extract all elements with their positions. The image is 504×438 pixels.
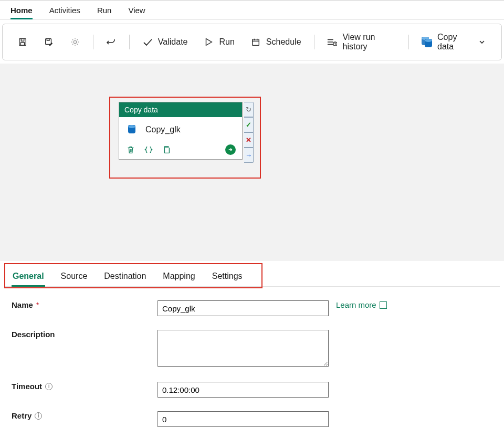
schedule-button[interactable]: Schedule (245, 34, 307, 50)
copy-data-label: Copy data (437, 33, 472, 51)
undo-icon (106, 37, 117, 47)
design-canvas[interactable]: Copy data Copy_glk (0, 64, 504, 261)
run-button[interactable]: Run (198, 34, 239, 50)
name-input[interactable] (158, 300, 329, 316)
tab-view[interactable]: View (128, 1, 145, 19)
save-button[interactable] (12, 34, 33, 50)
copy-data-icon (422, 37, 432, 47)
timeout-input[interactable] (158, 382, 329, 398)
database-icon (127, 123, 138, 136)
delete-icon[interactable] (125, 144, 136, 155)
view-run-history-button[interactable]: View run history (321, 29, 401, 55)
svg-rect-4 (253, 39, 259, 46)
copy-data-button[interactable]: Copy data (416, 29, 492, 55)
toolbar-separator (314, 35, 314, 49)
prop-tab-general[interactable]: General (12, 266, 45, 286)
svg-rect-2 (46, 39, 51, 45)
prop-tab-mapping[interactable]: Mapping (162, 266, 196, 286)
chevron-down-icon (477, 37, 487, 47)
info-icon[interactable]: i (45, 383, 52, 390)
undo-button[interactable] (101, 34, 122, 50)
history-label: View run history (342, 33, 396, 51)
activity-header: Copy data (119, 102, 242, 117)
activity-connection-handles: ↻ ✓ ✕ → (244, 102, 254, 163)
schedule-label: Schedule (266, 37, 301, 47)
prop-tab-settings[interactable]: Settings (211, 266, 244, 286)
handle-failure-icon[interactable]: ✕ (244, 132, 254, 148)
validate-label: Validate (158, 37, 188, 47)
toolbar-separator (408, 35, 409, 49)
toolbar-separator (93, 35, 93, 49)
description-input[interactable] (158, 330, 329, 367)
activity-name-text: Copy_glk (145, 125, 181, 134)
save-icon (17, 37, 28, 47)
run-history-icon (327, 37, 337, 47)
main-tab-bar: Home Activities Run View (0, 0, 504, 19)
retry-input[interactable] (158, 411, 329, 427)
learn-more-link[interactable]: Learn more (336, 300, 387, 309)
toolbar-separator (129, 35, 130, 49)
timeout-label: Timeout i (12, 382, 158, 391)
name-label: Name* (12, 300, 158, 309)
prop-tab-source[interactable]: Source (60, 266, 89, 286)
handle-skip-icon[interactable]: ↻ (244, 102, 254, 117)
validate-button[interactable]: Validate (137, 34, 193, 50)
tab-activities[interactable]: Activities (49, 1, 80, 19)
svg-rect-6 (164, 148, 169, 153)
tab-run[interactable]: Run (97, 1, 112, 19)
save-as-button[interactable] (38, 34, 59, 50)
description-label: Description (12, 330, 158, 339)
svg-rect-1 (20, 43, 24, 45)
svg-rect-0 (19, 39, 26, 46)
info-icon[interactable]: i (35, 412, 42, 420)
checkmark-icon (142, 37, 153, 47)
properties-panel: General Source Destination Mapping Setti… (0, 261, 504, 438)
prop-tab-destination[interactable]: Destination (103, 266, 147, 286)
toolbar: Validate Run Schedule View run history C… (2, 24, 502, 60)
activity-copy-data[interactable]: Copy data Copy_glk (119, 102, 243, 160)
code-braces-icon[interactable] (143, 144, 154, 155)
tab-home[interactable]: Home (10, 1, 33, 19)
settings-button[interactable] (65, 34, 86, 50)
gear-icon (70, 37, 80, 47)
save-edit-icon (44, 37, 54, 47)
handle-completion-icon[interactable]: → (244, 148, 254, 163)
run-activity-icon[interactable] (225, 144, 236, 155)
calendar-icon (250, 37, 261, 47)
run-label: Run (219, 37, 234, 47)
retry-label: Retry i (12, 411, 158, 420)
external-link-icon (380, 301, 387, 309)
play-icon (203, 37, 214, 47)
svg-point-3 (74, 40, 76, 43)
clone-icon[interactable] (161, 144, 172, 155)
handle-success-icon[interactable]: ✓ (244, 117, 254, 132)
